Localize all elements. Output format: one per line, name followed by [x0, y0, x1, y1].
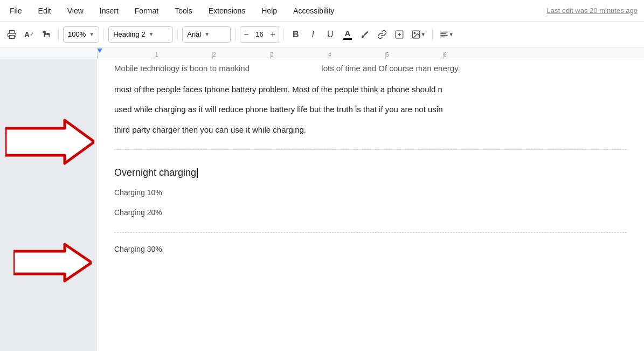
- zoom-selector[interactable]: 100% ▼: [63, 26, 99, 43]
- ruler-mark-3: 3: [270, 52, 328, 59]
- page-break-line: [114, 149, 627, 150]
- ruler-mark-4: 4: [328, 52, 385, 59]
- paint-format-button[interactable]: [39, 26, 54, 43]
- page-break-line-2: [114, 232, 627, 233]
- bold-button[interactable]: B: [288, 26, 303, 43]
- menu-edit[interactable]: Edit: [35, 4, 54, 17]
- menu-view[interactable]: View: [64, 4, 87, 17]
- charging-item-2: Charging 20%: [114, 203, 627, 223]
- divider-6: [432, 28, 433, 41]
- svg-marker-10: [5, 120, 94, 163]
- document-content: Mobile technology is boon to mankind lot…: [97, 59, 644, 259]
- ruler-marks: 1 2 3 4 5 6: [97, 52, 644, 59]
- heading-text: Overnight charging: [114, 167, 196, 178]
- heading-style-value: Heading 2: [113, 30, 145, 38]
- menu-accessibility[interactable]: Accessibility: [290, 4, 337, 17]
- menu-format[interactable]: Format: [131, 4, 162, 17]
- text-color-button[interactable]: A: [340, 26, 355, 43]
- font-size-increase-button[interactable]: +: [267, 27, 279, 42]
- arrow-annotation-1: [5, 118, 94, 168]
- doc-paragraph-2: most of the people faces Iphone battery …: [114, 79, 627, 100]
- underline-button[interactable]: U: [323, 26, 338, 43]
- zoom-value: 100%: [68, 30, 86, 38]
- font-selector[interactable]: Arial ▼: [182, 26, 231, 43]
- last-edit-status: Last edit was 20 minutes ago: [547, 6, 638, 15]
- doc-paragraph-3: used while charging as it will reduce ph…: [114, 99, 627, 120]
- svg-marker-11: [13, 244, 92, 281]
- link-button[interactable]: [375, 26, 390, 43]
- left-panel: [0, 59, 97, 351]
- image-button[interactable]: ▼: [409, 26, 428, 43]
- menu-insert[interactable]: Insert: [96, 4, 122, 17]
- menu-tools[interactable]: Tools: [171, 4, 196, 17]
- svg-rect-0: [10, 35, 15, 38]
- text-color-icon: A: [343, 29, 352, 40]
- heading-style-selector[interactable]: Heading 2 ▼: [108, 26, 173, 43]
- divider-3: [177, 28, 178, 41]
- ruler-mark-6: 6: [443, 52, 501, 59]
- menu-help[interactable]: Help: [258, 4, 280, 17]
- print-button[interactable]: [4, 26, 19, 43]
- font-size-value: 16: [253, 30, 266, 38]
- toolbar: A✓ 100% ▼ Heading 2 ▼ Arial ▼ − 16 + B I…: [0, 22, 644, 47]
- font-size-decrease-button[interactable]: −: [240, 27, 252, 42]
- divider-2: [103, 28, 104, 41]
- ruler-mark-2: 2: [212, 52, 270, 59]
- svg-point-5: [414, 32, 415, 33]
- document-area[interactable]: Mobile technology is boon to mankind lot…: [97, 59, 644, 351]
- ruler-mark-0: [97, 52, 155, 59]
- alignment-button[interactable]: ▼: [437, 26, 456, 43]
- ruler-mark-5: 5: [385, 52, 443, 59]
- highlight-button[interactable]: [357, 26, 372, 43]
- insert-link-button[interactable]: [392, 26, 407, 43]
- divider-1: [58, 28, 59, 41]
- menu-file[interactable]: File: [6, 4, 25, 17]
- document-heading[interactable]: Overnight charging: [114, 156, 627, 183]
- zoom-arrow-icon: ▼: [89, 31, 94, 37]
- main-area: Mobile technology is boon to mankind lot…: [0, 59, 644, 351]
- charging-item-3: Charging 30%: [114, 239, 627, 259]
- divider-4: [235, 28, 236, 41]
- menu-bar: File Edit View Insert Format Tools Exten…: [0, 0, 644, 22]
- divider-5: [283, 28, 284, 41]
- heading-arrow-icon: ▼: [148, 31, 154, 37]
- font-arrow-icon: ▼: [204, 31, 210, 37]
- charging-item-1: Charging 10%: [114, 183, 627, 203]
- font-value: Arial: [187, 30, 201, 38]
- spellcheck-button[interactable]: A✓: [22, 26, 37, 43]
- ruler: 1 2 3 4 5 6: [0, 47, 644, 59]
- menu-extensions[interactable]: Extensions: [205, 4, 248, 17]
- arrow-annotation-2: [13, 243, 92, 285]
- ruler-mark-1: 1: [155, 52, 212, 59]
- italic-button[interactable]: I: [306, 26, 321, 43]
- doc-paragraph-1: Mobile technology is boon to mankind lot…: [114, 59, 627, 79]
- doc-paragraph-4: third party charger then you can use it …: [114, 120, 627, 140]
- text-cursor: [197, 168, 198, 178]
- font-size-control: − 16 +: [240, 26, 279, 43]
